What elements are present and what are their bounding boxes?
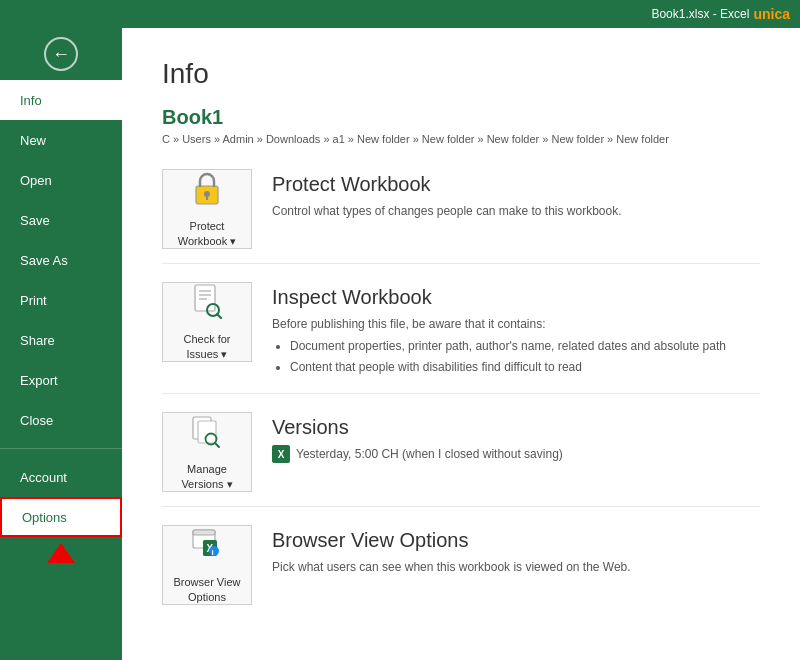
back-circle-icon: ← xyxy=(44,37,78,71)
inspect-bullet-2: Content that people with disabilities fi… xyxy=(290,358,760,376)
versions-title: Versions xyxy=(272,416,760,439)
sidebar-label-export: Export xyxy=(20,373,58,388)
inspect-workbook-desc: Before publishing this file, be aware th… xyxy=(272,315,760,376)
browser-view-card: X i Browser ViewOptions Browser View Opt… xyxy=(162,525,760,619)
svg-point-17 xyxy=(209,546,219,556)
inspect-workbook-content: Inspect Workbook Before publishing this … xyxy=(272,282,760,379)
browser-view-title: Browser View Options xyxy=(272,529,760,552)
protect-workbook-content: Protect Workbook Control what types of c… xyxy=(272,169,760,220)
sidebar-label-save: Save xyxy=(20,213,50,228)
sidebar-item-info[interactable]: Info xyxy=(0,80,122,120)
page-title: Info xyxy=(162,58,760,90)
sidebar-label-print: Print xyxy=(20,293,47,308)
lock-icon xyxy=(191,170,223,215)
sidebar-item-options[interactable]: Options xyxy=(0,497,122,537)
inspect-bullet-1: Document properties, printer path, autho… xyxy=(290,337,760,355)
versions-content: Versions X Yesterday, 5:00 CH (when I cl… xyxy=(272,412,760,463)
sidebar-label-open: Open xyxy=(20,173,52,188)
app-body: ← Info New Open Save Save As xyxy=(0,28,800,660)
file-path: C » Users » Admin » Downloads » a1 » New… xyxy=(162,133,760,145)
protect-workbook-title: Protect Workbook xyxy=(272,173,760,196)
sidebar-item-export[interactable]: Export xyxy=(0,360,122,400)
sidebar-nav: Info New Open Save Save As Print xyxy=(0,80,122,660)
protect-workbook-button[interactable]: ProtectWorkbook ▾ xyxy=(162,169,252,249)
sidebar-item-share[interactable]: Share xyxy=(0,320,122,360)
protect-workbook-card: ProtectWorkbook ▾ Protect Workbook Contr… xyxy=(162,169,760,264)
manage-versions-icon-label: ManageVersions ▾ xyxy=(181,462,232,491)
main-content: Info Book1 C » Users » Admin » Downloads… xyxy=(122,28,800,660)
svg-line-12 xyxy=(215,443,219,447)
inspect-bullets: Document properties, printer path, autho… xyxy=(272,337,760,376)
version-entry: X Yesterday, 5:00 CH (when I closed with… xyxy=(272,445,760,463)
browser-view-icon: X i xyxy=(191,526,223,571)
svg-rect-14 xyxy=(193,530,215,535)
sidebar: ← Info New Open Save Save As xyxy=(0,28,122,660)
inspect-icon xyxy=(191,283,223,328)
browser-view-desc: Pick what users can see when this workbo… xyxy=(272,558,760,576)
sidebar-label-info: Info xyxy=(20,93,42,108)
arrow-up-indicator xyxy=(0,537,122,569)
sidebar-item-close[interactable]: Close xyxy=(0,400,122,440)
version-text: Yesterday, 5:00 CH (when I closed withou… xyxy=(296,447,563,461)
excel-icon: X xyxy=(272,445,290,463)
protect-workbook-desc: Control what types of changes people can… xyxy=(272,202,760,220)
sidebar-item-save[interactable]: Save xyxy=(0,200,122,240)
sidebar-item-open[interactable]: Open xyxy=(0,160,122,200)
manage-versions-button[interactable]: ManageVersions ▾ xyxy=(162,412,252,492)
sidebar-item-new[interactable]: New xyxy=(0,120,122,160)
browser-view-button[interactable]: X i Browser ViewOptions xyxy=(162,525,252,605)
svg-text:i: i xyxy=(212,548,214,557)
file-name: Book1 xyxy=(162,106,760,129)
sidebar-label-options: Options xyxy=(22,510,67,525)
window-title: Book1.xlsx - Excel xyxy=(651,7,749,21)
sidebar-item-account[interactable]: Account xyxy=(0,457,122,497)
svg-rect-3 xyxy=(195,285,215,311)
sidebar-label-save-as: Save As xyxy=(20,253,68,268)
browser-view-content: Browser View Options Pick what users can… xyxy=(272,525,760,576)
sidebar-divider xyxy=(0,448,122,449)
brand-logo: unica xyxy=(753,6,790,22)
svg-rect-10 xyxy=(198,421,216,443)
inspect-workbook-card: Check forIssues ▾ Inspect Workbook Befor… xyxy=(162,282,760,394)
protect-workbook-icon-label: ProtectWorkbook ▾ xyxy=(178,219,236,248)
sidebar-item-save-as[interactable]: Save As xyxy=(0,240,122,280)
inspect-workbook-title: Inspect Workbook xyxy=(272,286,760,309)
svg-point-1 xyxy=(204,191,210,197)
svg-line-8 xyxy=(217,314,221,318)
check-issues-button[interactable]: Check forIssues ▾ xyxy=(162,282,252,362)
sidebar-label-new: New xyxy=(20,133,46,148)
sidebar-label-share: Share xyxy=(20,333,55,348)
sidebar-item-print[interactable]: Print xyxy=(0,280,122,320)
sidebar-label-account: Account xyxy=(20,470,67,485)
title-bar: Book1.xlsx - Excel unica xyxy=(0,0,800,28)
browser-view-icon-label: Browser ViewOptions xyxy=(173,575,240,604)
sidebar-label-close: Close xyxy=(20,413,53,428)
arrow-up-icon xyxy=(47,543,75,563)
back-button[interactable]: ← xyxy=(0,28,122,80)
check-issues-icon-label: Check forIssues ▾ xyxy=(183,332,230,361)
versions-icon xyxy=(191,413,223,458)
versions-card: ManageVersions ▾ Versions X Yesterday, 5… xyxy=(162,412,760,507)
